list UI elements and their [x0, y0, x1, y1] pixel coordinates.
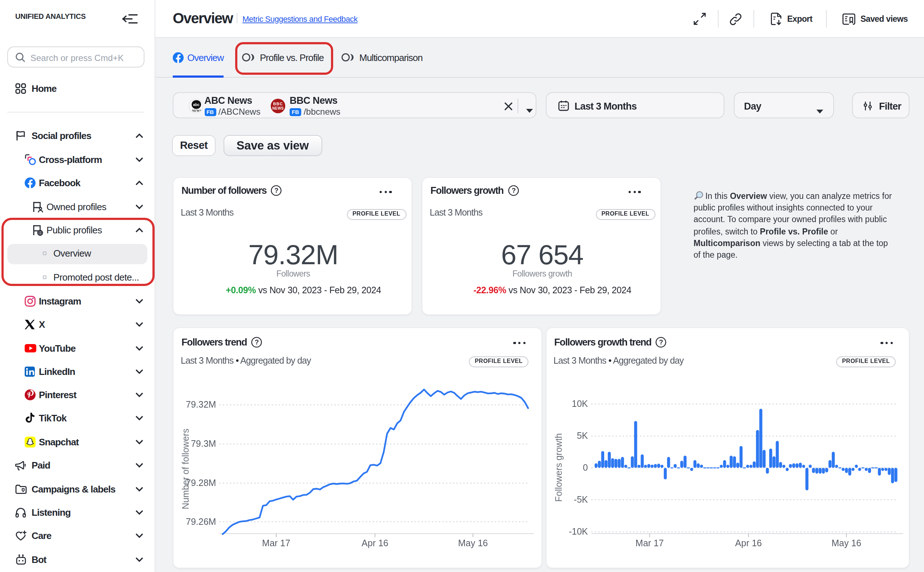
- svg-text:79.3M: 79.3M: [191, 438, 216, 448]
- svg-text:?: ?: [511, 187, 516, 194]
- svg-text:Apr 16: Apr 16: [362, 538, 388, 548]
- svg-text:Mar 17: Mar 17: [635, 538, 663, 548]
- svg-text:79.26M: 79.26M: [186, 516, 216, 526]
- svg-text:79.32M: 79.32M: [186, 399, 216, 409]
- svg-text:-10K: -10K: [568, 526, 588, 536]
- svg-text:May 16: May 16: [458, 538, 488, 548]
- svg-text:Mar 17: Mar 17: [262, 538, 290, 548]
- svg-text:Number of followers: Number of followers: [180, 428, 191, 509]
- svg-text:May 16: May 16: [831, 538, 861, 548]
- svg-text:Apr 16: Apr 16: [735, 538, 762, 548]
- svg-text:5K: 5K: [576, 430, 588, 440]
- svg-text:-5K: -5K: [573, 494, 588, 504]
- svg-text:Followers growth: Followers growth: [553, 433, 563, 502]
- svg-text:?: ?: [275, 187, 279, 194]
- svg-text:10K: 10K: [571, 398, 588, 408]
- svg-text:0: 0: [582, 462, 588, 472]
